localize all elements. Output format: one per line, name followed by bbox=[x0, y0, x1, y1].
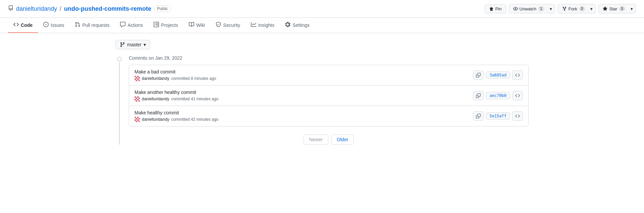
svg-rect-25 bbox=[136, 99, 137, 100]
svg-rect-11 bbox=[139, 78, 140, 80]
tab-issues[interactable]: Issues bbox=[38, 18, 69, 33]
actions-icon bbox=[120, 22, 125, 28]
svg-rect-21 bbox=[136, 98, 137, 99]
table-row: Make healthy commit bbox=[129, 106, 528, 126]
commit-message-2[interactable]: Make healthy commit bbox=[135, 110, 473, 115]
commit-actions-2: 5e15aff bbox=[473, 111, 523, 121]
svg-rect-45 bbox=[136, 121, 137, 122]
branch-name: master bbox=[127, 42, 142, 47]
tab-security-label: Security bbox=[223, 22, 240, 28]
commit-meta-2: danielturidandy committed 42 minutes ago bbox=[135, 117, 473, 122]
tab-settings[interactable]: Settings bbox=[280, 18, 315, 33]
pin-label: Pin bbox=[495, 6, 502, 11]
star-count: 0 bbox=[619, 6, 625, 11]
header-actions: Pin Unwatch 1 ▾ Fork 0 ▾ bbox=[485, 4, 636, 13]
tab-projects[interactable]: Projects bbox=[148, 18, 183, 33]
tab-code[interactable]: Code bbox=[8, 18, 38, 33]
browse-files-button-1[interactable] bbox=[512, 91, 523, 100]
main-content: master ▾ Commits on Jan 29, 2022 Make a … bbox=[107, 33, 537, 151]
svg-rect-41 bbox=[136, 119, 137, 121]
commit-hash-link-1[interactable]: aec70b0 bbox=[486, 92, 510, 99]
svg-rect-2 bbox=[137, 76, 139, 77]
unwatch-label: Unwatch bbox=[520, 6, 537, 11]
svg-rect-14 bbox=[137, 80, 139, 81]
tab-pull-requests-label: Pull requests bbox=[82, 22, 109, 28]
svg-rect-46 bbox=[137, 121, 139, 122]
star-dropdown-button[interactable]: ▾ bbox=[628, 4, 636, 13]
visibility-badge: Public bbox=[154, 5, 171, 12]
tab-code-label: Code bbox=[21, 22, 33, 28]
repo-owner[interactable]: danielturidandy bbox=[16, 5, 57, 12]
tab-pull-requests[interactable]: Pull requests bbox=[69, 18, 115, 33]
svg-rect-20 bbox=[135, 98, 136, 99]
tab-insights[interactable]: Insights bbox=[246, 18, 280, 33]
svg-rect-22 bbox=[137, 98, 139, 99]
tab-wiki[interactable]: Wiki bbox=[183, 18, 210, 33]
fork-count: 0 bbox=[579, 6, 585, 11]
commits-section: Commits on Jan 29, 2022 Make a bad commi… bbox=[115, 55, 529, 145]
tab-actions[interactable]: Actions bbox=[115, 18, 148, 33]
issues-icon bbox=[43, 22, 49, 28]
commit-hash-link-0[interactable]: 3a685ad bbox=[486, 71, 510, 79]
svg-rect-23 bbox=[139, 98, 140, 99]
svg-rect-42 bbox=[137, 119, 139, 121]
fork-dropdown-button[interactable]: ▾ bbox=[588, 4, 596, 13]
commit-author-1[interactable]: danielturidandy bbox=[142, 97, 169, 101]
unwatch-group: Unwatch 1 ▾ bbox=[509, 4, 555, 13]
commit-info-1: Make another healthy commit bbox=[135, 90, 473, 102]
pagination: Newer Older bbox=[129, 135, 529, 145]
svg-rect-47 bbox=[139, 121, 140, 122]
commit-hash-link-2[interactable]: 5e15aff bbox=[486, 112, 510, 120]
fork-button[interactable]: Fork 0 bbox=[558, 4, 590, 13]
tab-security[interactable]: Security bbox=[210, 18, 246, 33]
svg-rect-6 bbox=[137, 77, 139, 78]
svg-rect-36 bbox=[135, 118, 136, 119]
svg-rect-13 bbox=[136, 80, 137, 81]
commit-actions-0: 3a685ad bbox=[473, 70, 523, 80]
unwatch-dropdown-button[interactable]: ▾ bbox=[547, 4, 555, 13]
svg-rect-4 bbox=[135, 77, 136, 78]
unwatch-button[interactable]: Unwatch 1 bbox=[509, 4, 549, 13]
wiki-icon bbox=[189, 22, 194, 28]
svg-rect-16 bbox=[135, 96, 136, 98]
svg-rect-29 bbox=[136, 100, 137, 102]
svg-rect-18 bbox=[137, 96, 139, 98]
star-button[interactable]: Star 0 bbox=[598, 4, 630, 13]
commit-author-0[interactable]: danielturidandy bbox=[142, 76, 169, 81]
browse-files-button-2[interactable] bbox=[512, 111, 523, 121]
commits-main: Commits on Jan 29, 2022 Make a bad commi… bbox=[129, 55, 529, 145]
copy-hash-button-2[interactable] bbox=[473, 111, 484, 121]
fork-group: Fork 0 ▾ bbox=[558, 4, 596, 13]
commit-author-2[interactable]: danielturidandy bbox=[142, 117, 169, 122]
svg-rect-30 bbox=[137, 100, 139, 102]
svg-rect-26 bbox=[137, 99, 139, 100]
svg-rect-3 bbox=[139, 76, 140, 77]
svg-rect-32 bbox=[135, 117, 136, 118]
repo-header: danielturidandy / undo-pushed-commits-re… bbox=[0, 0, 644, 18]
copy-hash-button-1[interactable] bbox=[473, 91, 484, 100]
branch-selector[interactable]: master ▾ bbox=[115, 40, 150, 49]
projects-icon bbox=[154, 22, 159, 28]
pin-button[interactable]: Pin bbox=[485, 4, 506, 13]
copy-hash-button-0[interactable] bbox=[473, 70, 484, 80]
svg-rect-40 bbox=[135, 119, 136, 121]
commit-message-1[interactable]: Make another healthy commit bbox=[135, 90, 473, 95]
older-button[interactable]: Older bbox=[331, 135, 354, 145]
browse-files-button-0[interactable] bbox=[512, 70, 523, 80]
svg-rect-38 bbox=[137, 118, 139, 119]
commits-date: Commits on Jan 29, 2022 bbox=[129, 55, 529, 61]
newer-button[interactable]: Newer bbox=[304, 135, 328, 145]
tab-actions-label: Actions bbox=[127, 22, 143, 28]
nav-tabs: Code Issues Pull requests Actions bbox=[0, 18, 644, 33]
avatar bbox=[135, 76, 140, 81]
svg-rect-17 bbox=[136, 96, 137, 98]
repo-name[interactable]: undo-pushed-commits-remote bbox=[64, 5, 151, 12]
settings-icon bbox=[285, 22, 290, 28]
security-icon bbox=[216, 22, 221, 28]
svg-rect-31 bbox=[139, 100, 140, 102]
svg-rect-5 bbox=[136, 77, 137, 78]
svg-rect-8 bbox=[135, 78, 136, 80]
svg-rect-44 bbox=[135, 121, 136, 122]
tab-settings-label: Settings bbox=[292, 22, 310, 28]
commit-message-0[interactable]: Make a bad commit bbox=[135, 69, 473, 74]
